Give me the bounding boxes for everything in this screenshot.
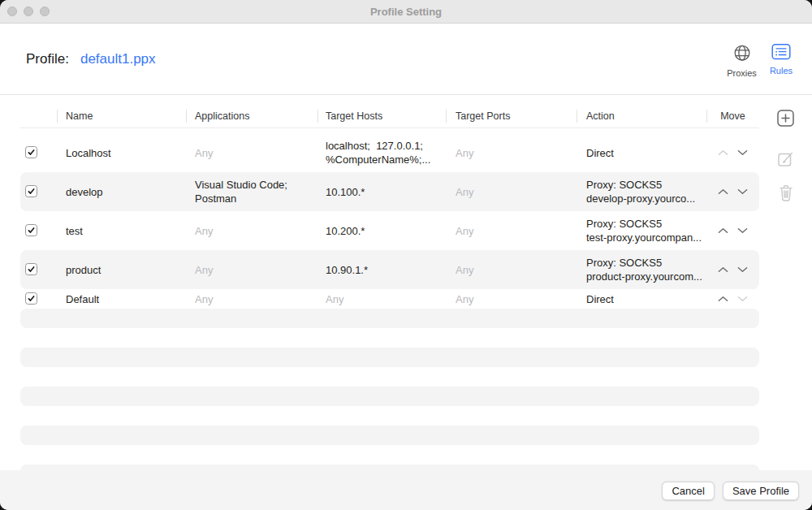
rule-target-ports: Any (446, 292, 577, 306)
row-checkbox[interactable] (25, 224, 37, 236)
rule-target-hosts: 10.100.* (317, 185, 446, 199)
save-profile-button[interactable]: Save Profile (723, 482, 799, 500)
column-header-target-ports: Target Ports (446, 105, 577, 128)
rule-action: Proxy: SOCKS5 product-proxy.yourcom... (577, 256, 706, 283)
move-up-button[interactable] (717, 293, 730, 305)
edit-pencil-icon (777, 151, 794, 170)
table-body: Localhost Any localhost; 127.0.0.1; %Com… (20, 128, 759, 471)
window-title: Profile Setting (0, 6, 812, 18)
globe-icon (732, 43, 752, 66)
rule-target-ports: Any (446, 224, 577, 238)
row-checkbox[interactable] (25, 185, 37, 197)
move-up-button[interactable] (717, 225, 730, 236)
profile-name-link[interactable]: default1.ppx (80, 51, 156, 67)
content-area: Profile: default1.ppx Proxies (0, 24, 812, 470)
rule-target-ports: Any (446, 185, 577, 199)
rule-target-hosts: Any (317, 292, 446, 306)
rule-applications: Any (186, 292, 317, 306)
footer-bar: Cancel Save Profile (0, 470, 812, 510)
rule-target-hosts: 10.90.1.* (317, 263, 446, 277)
titlebar: Profile Setting (0, 0, 812, 24)
toolbar-rules-tab[interactable]: Rules (770, 43, 793, 78)
toolbar-proxies-tab[interactable]: Proxies (727, 43, 757, 78)
delete-rule-button (778, 184, 794, 205)
trash-icon (778, 184, 794, 205)
table-row-empty (20, 445, 759, 465)
rules-panel: Name Applications Target Hosts Target Po… (0, 95, 812, 470)
column-header-action: Action (577, 105, 706, 128)
table-row-product[interactable]: product Any 10.90.1.* Any Proxy: SOCKS5 … (20, 250, 759, 289)
table-row-empty (20, 406, 759, 426)
profile-label: Profile: (26, 51, 69, 67)
column-header-target-hosts: Target Hosts (317, 105, 446, 128)
profile-header: Profile: default1.ppx Proxies (0, 24, 812, 94)
table-row-empty (20, 387, 759, 406)
rule-name: Localhost (57, 146, 186, 160)
column-header-name: Name (57, 105, 186, 128)
table-row-empty (20, 367, 759, 387)
view-toolbar: Proxies Rules (727, 43, 793, 78)
table-row-develop[interactable]: develop Visual Studio Code; Postman 10.1… (20, 172, 759, 211)
rule-target-hosts: localhost; 127.0.0.1; %ComputerName%;... (317, 139, 446, 166)
rule-target-ports: Any (446, 263, 577, 277)
move-down-button[interactable] (736, 264, 749, 275)
move-down-button[interactable] (736, 186, 749, 197)
profile-setting-window: Profile Setting Profile: default1.ppx Pr (0, 0, 812, 510)
move-up-button[interactable] (717, 264, 730, 275)
cancel-button[interactable]: Cancel (662, 482, 714, 500)
rule-action-buttons (777, 110, 794, 205)
add-rule-button[interactable] (777, 110, 794, 129)
edit-rule-button (777, 151, 794, 170)
row-checkbox[interactable] (25, 146, 37, 158)
rule-action: Proxy: SOCKS5 test-proxy.yourcompan... (577, 217, 706, 244)
rule-applications: Any (186, 224, 317, 238)
rule-target-ports: Any (446, 146, 577, 160)
rule-action: Direct (577, 292, 706, 306)
table-row-test[interactable]: test Any 10.200.* Any Proxy: SOCKS5 test… (20, 211, 759, 250)
move-up-button (717, 147, 730, 158)
move-down-button[interactable] (736, 147, 749, 158)
row-checkbox[interactable] (25, 263, 37, 275)
column-header-applications: Applications (186, 105, 317, 128)
rule-action: Proxy: SOCKS5 develop-proxy.yourco... (577, 178, 706, 205)
table-row-empty (20, 348, 759, 367)
rules-table: Name Applications Target Hosts Target Po… (20, 105, 759, 471)
move-up-button[interactable] (717, 186, 730, 197)
move-down-button (736, 293, 749, 305)
table-header-row: Name Applications Target Hosts Target Po… (20, 105, 759, 128)
column-header-move: Move (706, 105, 759, 128)
table-row-localhost[interactable]: Localhost Any localhost; 127.0.0.1; %Com… (20, 133, 759, 172)
rule-name: Default (57, 292, 186, 306)
move-down-button[interactable] (736, 225, 749, 236)
rule-applications: Visual Studio Code; Postman (186, 178, 317, 205)
rule-name: test (57, 224, 186, 238)
table-row-empty (20, 465, 759, 471)
table-row-empty (20, 328, 759, 348)
rule-applications: Any (186, 263, 317, 277)
plus-square-icon (777, 110, 794, 129)
rule-target-hosts: 10.200.* (317, 224, 446, 238)
rule-applications: Any (186, 146, 317, 160)
rules-list-icon (771, 43, 791, 63)
rule-name: develop (57, 185, 186, 199)
proxies-label: Proxies (727, 68, 757, 78)
table-row-default[interactable]: Default Any Any Any Direct (20, 289, 759, 309)
rule-name: product (57, 263, 186, 277)
table-row-empty (20, 309, 759, 328)
table-row-empty (20, 426, 759, 445)
rule-action: Direct (577, 146, 706, 160)
column-header-checkbox (20, 105, 57, 128)
row-checkbox[interactable] (25, 292, 37, 305)
rules-label: Rules (770, 66, 793, 76)
